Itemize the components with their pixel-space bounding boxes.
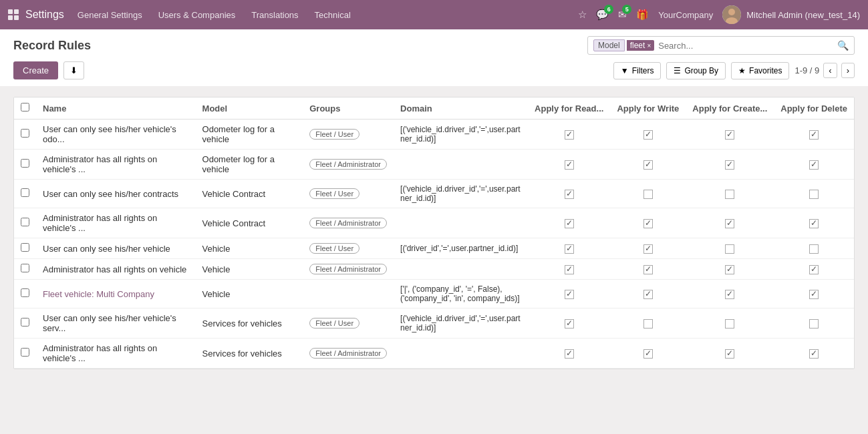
gift-icon[interactable]: 🎁 [636,9,649,21]
row-write[interactable] [610,339,686,369]
row-delete[interactable] [774,120,854,150]
row-read[interactable] [528,208,610,238]
read-checkbox-display[interactable] [565,349,574,359]
row-write[interactable] [610,180,686,208]
write-checkbox-display[interactable] [643,160,653,170]
row-create[interactable] [686,208,774,238]
create-checkbox-display[interactable] [725,349,734,359]
row-delete[interactable] [774,180,854,208]
delete-checkbox-display[interactable] [809,265,819,274]
read-checkbox-display[interactable] [565,190,574,199]
create-checkbox-display[interactable] [725,265,734,274]
search-icon[interactable]: 🔍 [837,40,849,51]
create-checkbox-display[interactable] [725,244,734,254]
create-checkbox-display[interactable] [725,319,734,329]
row-checkbox[interactable] [21,288,29,297]
read-checkbox-display[interactable] [565,265,574,274]
download-button[interactable]: ⬇ [63,61,84,79]
read-checkbox-display[interactable] [565,244,574,254]
row-create[interactable] [686,150,774,180]
row-checkbox-cell[interactable] [14,339,36,369]
delete-checkbox-display[interactable] [809,349,819,359]
row-write[interactable] [610,308,686,339]
read-checkbox-display[interactable] [565,130,574,140]
favorites-button[interactable]: ★ Favorites [731,62,789,79]
row-read[interactable] [528,238,610,259]
row-checkbox[interactable] [21,188,29,197]
row-delete[interactable] [774,208,854,238]
write-checkbox-display[interactable] [643,190,653,199]
row-read[interactable] [528,180,610,208]
row-write[interactable] [610,238,686,259]
row-read[interactable] [528,259,610,280]
create-checkbox-display[interactable] [725,290,734,299]
row-checkbox-cell[interactable] [14,150,36,180]
write-checkbox-display[interactable] [643,290,653,299]
row-write[interactable] [610,280,686,308]
row-checkbox[interactable] [21,129,29,138]
row-checkbox[interactable] [21,264,29,272]
groupby-button[interactable]: ☰ Group By [666,62,726,79]
search-input[interactable] [658,41,833,51]
create-checkbox-display[interactable] [725,190,734,199]
row-checkbox-cell[interactable] [14,280,36,308]
row-create[interactable] [686,339,774,369]
write-checkbox-display[interactable] [643,244,653,254]
row-checkbox-cell[interactable] [14,308,36,339]
row-checkbox-cell[interactable] [14,238,36,259]
row-write[interactable] [610,208,686,238]
next-page-button[interactable]: › [841,63,855,78]
row-write[interactable] [610,150,686,180]
company-name[interactable]: YourCompany [658,10,713,20]
row-checkbox-cell[interactable] [14,208,36,238]
row-checkbox[interactable] [21,218,29,226]
row-delete[interactable] [774,280,854,308]
read-checkbox-display[interactable] [565,160,574,170]
row-delete[interactable] [774,259,854,280]
row-create[interactable] [686,280,774,308]
row-checkbox[interactable] [21,318,29,327]
row-create[interactable] [686,238,774,259]
row-read[interactable] [528,150,610,180]
prev-page-button[interactable]: ‹ [823,63,837,78]
nav-translations[interactable]: Translations [251,10,298,20]
read-checkbox-display[interactable] [565,219,574,228]
select-all-header[interactable] [14,97,36,120]
message-icon[interactable]: ✉ 5 [618,9,627,21]
select-all-checkbox[interactable] [21,103,29,112]
row-create[interactable] [686,259,774,280]
search-tag-close[interactable]: × [647,42,651,49]
create-checkbox-display[interactable] [725,160,734,170]
row-read[interactable] [528,339,610,369]
app-logo[interactable]: Settings [8,9,64,21]
create-checkbox-display[interactable] [725,219,734,228]
write-checkbox-display[interactable] [643,349,653,359]
row-delete[interactable] [774,339,854,369]
row-name[interactable]: Fleet vehicle: Multi Company [36,280,196,308]
row-read[interactable] [528,308,610,339]
read-checkbox-display[interactable] [565,290,574,299]
row-checkbox-cell[interactable] [14,259,36,280]
read-checkbox-display[interactable] [565,319,574,329]
filters-button[interactable]: ▼ Filters [613,62,662,79]
delete-checkbox-display[interactable] [809,319,819,329]
row-checkbox-cell[interactable] [14,180,36,208]
write-checkbox-display[interactable] [643,265,653,274]
row-delete[interactable] [774,238,854,259]
delete-checkbox-display[interactable] [809,160,819,170]
delete-checkbox-display[interactable] [809,190,819,199]
delete-checkbox-display[interactable] [809,290,819,299]
delete-checkbox-display[interactable] [809,130,819,140]
row-create[interactable] [686,180,774,208]
write-checkbox-display[interactable] [643,130,653,140]
create-button[interactable]: Create [13,61,58,79]
row-checkbox-cell[interactable] [14,120,36,150]
row-checkbox[interactable] [21,243,29,252]
record-name-link[interactable]: Fleet vehicle: Multi Company [43,289,154,299]
row-create[interactable] [686,120,774,150]
user-menu[interactable]: Mitchell Admin (new_test_14) [722,5,860,24]
row-create[interactable] [686,308,774,339]
create-checkbox-display[interactable] [725,130,734,140]
row-read[interactable] [528,120,610,150]
star-nav-icon[interactable]: ☆ [578,9,587,21]
